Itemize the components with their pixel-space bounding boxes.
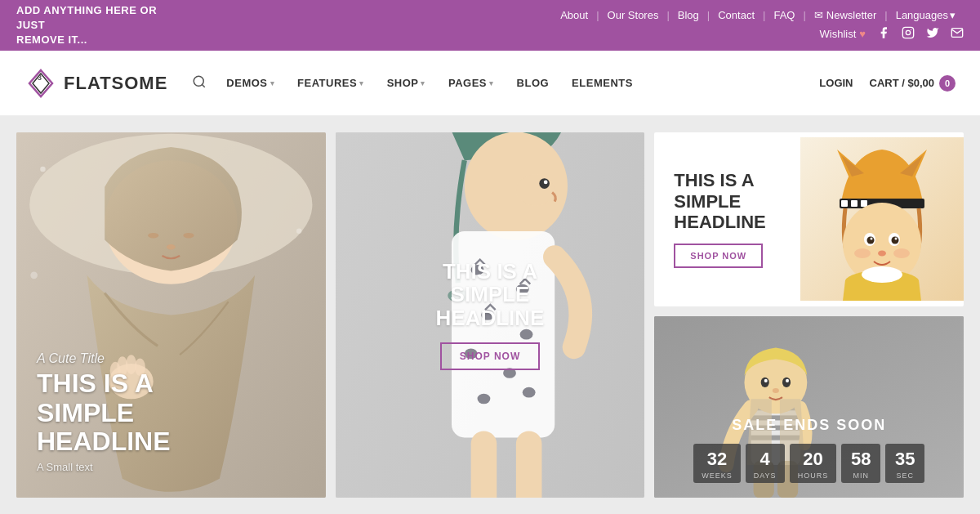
svg-point-53 [866, 237, 874, 244]
header-right: LOGIN CART / $0,00 0 [819, 75, 956, 92]
svg-point-72 [764, 378, 768, 382]
countdown-section: SALE ENDS SOON 32 WEEKS 4 DAYS 20 HOURS … [654, 407, 964, 498]
panel-baby-sleeping: A Cute Title THIS IS A SIMPLE HEADLINE A… [16, 132, 326, 498]
nav-blog[interactable]: Blog [670, 9, 707, 21]
nav-newsletter[interactable]: Newsletter [806, 9, 884, 21]
search-button[interactable] [192, 74, 207, 92]
hours-value: 20 [798, 450, 829, 468]
svg-point-21 [296, 228, 301, 233]
panel3-shop-now-button[interactable]: SHOP NOW [674, 244, 763, 268]
svg-point-56 [894, 238, 897, 240]
panel-fox-hat: THIS IS A SIMPLE HEADLINE SHOP NOW [654, 132, 964, 306]
svg-point-57 [878, 251, 886, 257]
instagram-icon [902, 26, 915, 39]
panel1-subtitle: A Cute Title [37, 351, 171, 366]
svg-rect-49 [861, 200, 867, 207]
svg-text:3: 3 [38, 74, 42, 82]
site-header: 3 FLATSOME DEMOS ▾ FEATURES ▾ SHOP ▾ PAG… [0, 51, 980, 116]
site-logo[interactable]: 3 FLATSOME [24, 67, 167, 100]
countdown-days: 4 DAYS [746, 444, 785, 483]
email-icon [951, 26, 964, 39]
cart-count-badge: 0 [939, 75, 956, 92]
main-nav: DEMOS ▾ FEATURES ▾ SHOP ▾ PAGES ▾ BLOG E… [215, 77, 819, 89]
min-value: 58 [849, 450, 872, 468]
svg-point-19 [40, 167, 45, 172]
heart-icon [859, 28, 866, 40]
svg-point-26 [516, 175, 555, 206]
nav-languages[interactable]: Languages [888, 9, 964, 21]
top-bar: ADD ANYTHING HERE OR JUST REMOVE IT... A… [0, 0, 980, 51]
sale-title: SALE ENDS SOON [667, 417, 951, 434]
nav-demos[interactable]: DEMOS ▾ [215, 77, 286, 89]
svg-rect-48 [851, 200, 858, 207]
days-label: DAYS [754, 472, 777, 480]
panel2-shop-now-button[interactable]: SHOP NOW [440, 342, 540, 370]
panel-sale-countdown: SALE ENDS SOON 32 WEEKS 4 DAYS 20 HOURS … [654, 316, 964, 498]
svg-point-1 [906, 30, 910, 34]
cart-button[interactable]: CART / $0,00 0 [870, 75, 956, 92]
countdown-timer: 32 WEEKS 4 DAYS 20 HOURS 58 MIN 35 SEC [667, 444, 951, 483]
panel2-headline: THIS IS A SIMPLE HEADLINE [436, 260, 545, 330]
facebook-link[interactable] [877, 26, 890, 42]
svg-point-12 [183, 233, 194, 238]
panel3-text: THIS IS A SIMPLE HEADLINE SHOP NOW [654, 154, 800, 284]
nav-elements[interactable]: ELEMENTS [560, 77, 644, 89]
svg-rect-39 [516, 431, 542, 498]
svg-rect-38 [470, 431, 497, 498]
twitter-link[interactable] [926, 26, 939, 42]
nav-blog[interactable]: BLOG [506, 77, 561, 89]
chevron-down-icon: ▾ [489, 79, 494, 87]
svg-line-7 [203, 84, 205, 87]
panel1-small-text: A Small text [37, 461, 171, 473]
nav-contact[interactable]: Contact [710, 9, 763, 21]
top-bar-nav: About | Our Stores | Blog | Contact | FA… [552, 9, 964, 21]
nav-about[interactable]: About [552, 9, 596, 21]
countdown-seconds: 35 SEC [885, 444, 924, 483]
facebook-icon [877, 26, 890, 39]
svg-point-60 [862, 266, 902, 283]
svg-point-13 [167, 244, 176, 249]
svg-point-59 [893, 248, 910, 258]
nav-faq[interactable]: FAQ [765, 9, 803, 21]
days-value: 4 [754, 450, 777, 468]
logo-icon: 3 [24, 67, 57, 100]
svg-rect-0 [902, 27, 913, 38]
panel3-headline: THIS IS A SIMPLE HEADLINE [674, 170, 781, 232]
nav-pages[interactable]: PAGES ▾ [437, 77, 506, 89]
countdown-minutes: 58 MIN [841, 444, 880, 483]
sec-value: 35 [893, 450, 916, 468]
chevron-down-icon: ▾ [270, 79, 275, 87]
svg-point-6 [194, 76, 204, 86]
fox-hat-illustration [800, 137, 964, 301]
top-bar-right: About | Our Stores | Blog | Contact | FA… [552, 9, 964, 42]
twitter-icon [926, 26, 939, 39]
svg-rect-47 [841, 200, 848, 207]
svg-point-37 [522, 387, 535, 398]
login-link[interactable]: LOGIN [819, 77, 853, 89]
nav-our-stores[interactable]: Our Stores [599, 9, 667, 21]
search-icon [192, 74, 207, 89]
chevron-down-icon: ▾ [421, 79, 425, 87]
svg-point-58 [854, 248, 871, 258]
svg-point-54 [891, 237, 898, 244]
panel3-image [800, 137, 964, 301]
nav-features[interactable]: FEATURES ▾ [286, 77, 376, 89]
panel1-headline: THIS IS A SIMPLE HEADLINE [37, 369, 171, 456]
top-bar-promo-text: ADD ANYTHING HERE OR JUST REMOVE IT... [16, 3, 180, 48]
main-content: A Cute Title THIS IS A SIMPLE HEADLINE A… [0, 116, 980, 514]
svg-point-71 [782, 377, 791, 387]
chevron-down-icon: ▾ [359, 79, 364, 87]
svg-point-70 [761, 377, 769, 387]
chevron-down-icon [950, 9, 956, 21]
nav-shop[interactable]: SHOP ▾ [376, 77, 437, 89]
sec-label: SEC [893, 472, 916, 480]
instagram-link[interactable] [902, 26, 915, 42]
countdown-hours: 20 HOURS [790, 444, 837, 483]
email-link[interactable] [951, 26, 964, 42]
envelope-icon [814, 9, 823, 21]
svg-point-55 [870, 238, 872, 240]
svg-point-28 [543, 181, 547, 185]
svg-point-11 [148, 233, 158, 238]
weeks-value: 32 [702, 450, 733, 468]
wishlist-link[interactable]: Wishlist [820, 28, 866, 40]
